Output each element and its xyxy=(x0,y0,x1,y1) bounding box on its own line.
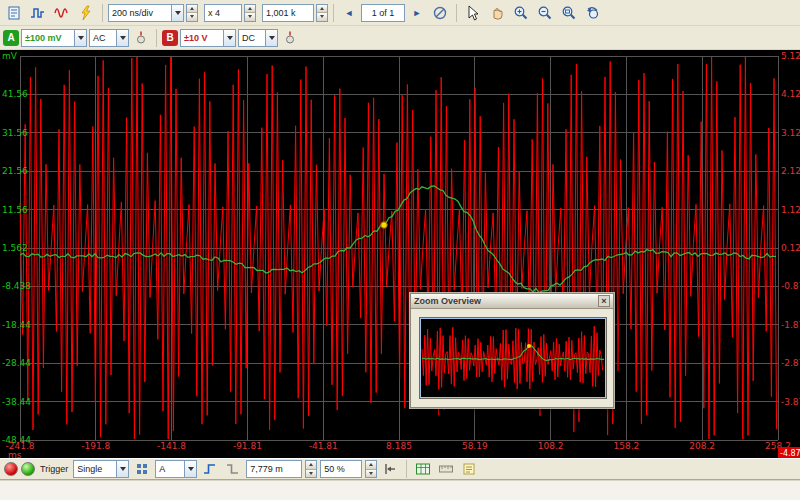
chevron-down-icon[interactable] xyxy=(265,30,277,46)
falling-edge-button[interactable] xyxy=(223,460,243,478)
x-axis-label[interactable]: 158.2 xyxy=(614,441,640,451)
x-axis-label[interactable]: 58.19 xyxy=(462,441,488,451)
mini-channel-b-trace xyxy=(422,326,603,389)
y-axis-label[interactable]: 41.56 xyxy=(2,89,28,99)
right-axis-label[interactable]: -1.873 xyxy=(781,320,800,330)
timebase-select[interactable]: 200 ns/div xyxy=(108,4,184,22)
y-axis-label[interactable]: -18.44 xyxy=(2,320,31,330)
previous-buffer-button[interactable]: ◄ xyxy=(339,4,359,22)
channel-b-trace xyxy=(20,57,777,439)
ruler-button[interactable] xyxy=(436,460,456,478)
zero-trigger-offset-button[interactable] xyxy=(380,460,400,478)
right-axis-label[interactable]: -0.873 xyxy=(781,281,800,291)
x-axis-label[interactable]: -141.8 xyxy=(157,441,186,451)
zoom-overview-window[interactable]: Zoom Overview × xyxy=(410,293,614,408)
x-axis-label[interactable]: 8.185 xyxy=(386,441,412,451)
rising-edge-icon xyxy=(202,461,218,477)
y-axis-label[interactable]: 31.56 xyxy=(2,128,28,138)
probe-icon xyxy=(283,30,297,46)
chevron-down-icon[interactable] xyxy=(116,461,128,477)
right-axis-label[interactable]: 3.127 xyxy=(781,128,800,138)
right-axis-label[interactable]: 5.127 xyxy=(781,51,800,61)
y-axis-label[interactable]: 21.56 xyxy=(2,166,28,176)
timebase-value: 200 ns/div xyxy=(109,8,171,18)
chevron-down-icon[interactable] xyxy=(223,30,235,46)
toolbar-separator xyxy=(156,29,157,47)
toolbar-separator xyxy=(333,4,334,22)
y-axis-label[interactable]: -38.44 xyxy=(2,397,31,407)
pre-trigger-spinner[interactable] xyxy=(365,460,377,478)
right-axis-label[interactable]: 0.127 xyxy=(781,243,800,253)
right-axis-label[interactable]: 4.127 xyxy=(781,89,800,99)
stop-button[interactable] xyxy=(4,462,18,476)
persistence-mode-button[interactable] xyxy=(75,3,97,23)
marquee-zoom-tool-button[interactable] xyxy=(558,3,580,23)
channel-b-chip[interactable]: B xyxy=(162,30,178,46)
chevron-down-icon[interactable] xyxy=(184,461,196,477)
capture-setup-button[interactable] xyxy=(3,3,25,23)
channel-a-probe-button[interactable] xyxy=(131,29,151,47)
right-axis-overrange-label: -4.87 xyxy=(780,449,800,458)
channel-a-coupling-select[interactable]: AC xyxy=(89,29,129,47)
rising-edge-button[interactable] xyxy=(200,460,220,478)
pointer-tool-button[interactable] xyxy=(462,3,484,23)
y-axis-label[interactable]: -28.44 xyxy=(2,358,31,368)
mini-trigger-marker xyxy=(527,344,531,348)
trigger-mode-select[interactable]: Single xyxy=(73,460,129,478)
right-axis-label[interactable]: 2.127 xyxy=(781,166,800,176)
pre-trigger-field[interactable]: 50 % xyxy=(320,460,362,478)
no-zoom-button[interactable] xyxy=(429,3,451,23)
right-axis-label[interactable]: -2.873 xyxy=(781,358,800,368)
sample-count-field[interactable]: 1,001 k xyxy=(262,4,314,22)
x-axis-label[interactable]: 208.2 xyxy=(689,441,715,451)
x-axis-label[interactable]: -191.8 xyxy=(81,441,110,451)
x-axis-label[interactable]: -91.81 xyxy=(233,441,262,451)
notes-button[interactable] xyxy=(459,460,479,478)
channel-b-probe-button[interactable] xyxy=(280,29,300,47)
zoom-factor-field[interactable]: x 4 xyxy=(204,4,242,22)
probe-icon xyxy=(134,30,148,46)
right-axis-label[interactable]: 1.127 xyxy=(781,205,800,215)
chevron-down-icon[interactable] xyxy=(116,30,128,46)
buffer-position-field[interactable]: 1 of 1 xyxy=(361,4,405,22)
trigger-level-field[interactable]: 7,779 m xyxy=(246,460,302,478)
channel-b-coupling-select[interactable]: DC xyxy=(238,29,278,47)
hand-tool-button[interactable] xyxy=(486,3,508,23)
trigger-level-spinner[interactable] xyxy=(305,460,317,478)
right-axis-label[interactable]: -3.873 xyxy=(781,397,800,407)
scope-display[interactable]: mV41.5631.5621.5611.561.562-8.438-18.44-… xyxy=(0,50,800,458)
trigger-source-select[interactable]: A xyxy=(155,460,197,478)
timebase-spinner[interactable] xyxy=(186,4,198,22)
start-button[interactable] xyxy=(21,462,35,476)
pulse-waveform-icon xyxy=(30,5,46,21)
toolbar-separator xyxy=(456,4,457,22)
scope-mode-button[interactable] xyxy=(27,3,49,23)
document-icon xyxy=(6,5,22,21)
y-axis-label[interactable]: 1.562 xyxy=(2,243,28,253)
zoom-out-tool-button[interactable] xyxy=(534,3,556,23)
chevron-down-icon[interactable] xyxy=(74,30,86,46)
zoom-overview-plot[interactable] xyxy=(419,317,607,399)
close-icon[interactable]: × xyxy=(598,295,610,307)
x-axis-label[interactable]: 108.2 xyxy=(538,441,564,451)
trigger-marker[interactable] xyxy=(381,222,387,228)
channel-a-range-select[interactable]: ±100 mV xyxy=(21,29,87,47)
zoom-factor-spinner[interactable] xyxy=(244,4,256,22)
chevron-down-icon[interactable] xyxy=(171,5,183,21)
zoom-overview-titlebar[interactable]: Zoom Overview × xyxy=(411,294,613,309)
undo-zoom-button[interactable] xyxy=(582,3,604,23)
y-axis-label[interactable]: 11.56 xyxy=(2,205,28,215)
zoom-in-tool-button[interactable] xyxy=(510,3,532,23)
sample-count-spinner[interactable] xyxy=(316,4,328,22)
channel-b-range-select[interactable]: ±10 V xyxy=(180,29,236,47)
advanced-trigger-icon xyxy=(135,462,149,476)
x-axis-label[interactable]: -41.81 xyxy=(309,441,338,451)
channel-a-chip[interactable]: A xyxy=(3,30,19,46)
advanced-trigger-button[interactable] xyxy=(132,460,152,478)
picoscope-window: { "top_toolbar": { "timebase": "200 ns/d… xyxy=(0,0,800,500)
y-axis-label[interactable]: -8.438 xyxy=(2,281,31,291)
next-buffer-button[interactable]: ► xyxy=(407,4,427,22)
measurements-button[interactable] xyxy=(413,460,433,478)
sine-waveform-icon xyxy=(54,5,70,21)
spectrum-mode-button[interactable] xyxy=(51,3,73,23)
